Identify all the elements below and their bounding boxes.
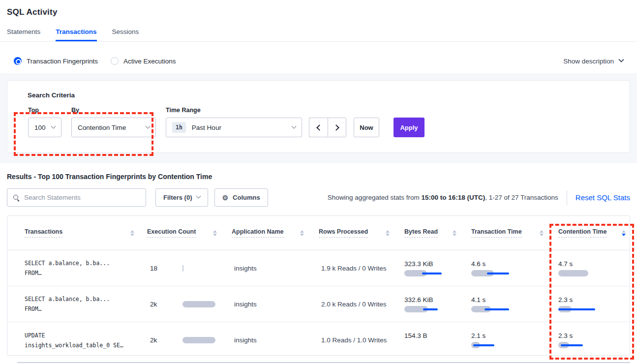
results-toolbar: Filters (0) ⚙ Columns Showing aggregated… <box>7 188 630 207</box>
time-range-badge: 1h <box>172 122 186 133</box>
top-select-value: 100 <box>34 124 52 131</box>
contention-time-cell: 2.3 s <box>558 296 630 312</box>
col-header-rows-processed[interactable]: Rows Processed <box>319 228 404 238</box>
search-icon <box>13 194 20 201</box>
col-header-execution-count[interactable]: Execution Count <box>147 228 232 238</box>
transaction-time-cell: 4.6 s <box>471 260 558 276</box>
results-heading: Results - Top 100 Transaction Fingerprin… <box>7 173 630 181</box>
sort-icon <box>130 230 134 236</box>
show-description-toggle[interactable]: Show description <box>563 58 623 65</box>
search-input[interactable] <box>24 194 140 201</box>
page-header: SQL Activity <box>0 0 637 17</box>
sort-icon <box>300 230 304 236</box>
prev-time-button[interactable] <box>309 118 328 137</box>
col-header-application-name[interactable]: Application Name <box>232 228 319 238</box>
col-header-bytes-read[interactable]: Bytes Read <box>404 228 471 238</box>
view-toggle-group: Transaction Fingerprints Active Executio… <box>14 57 176 65</box>
horizontal-scrollbar[interactable] <box>17 362 630 363</box>
tab-statements[interactable]: Statements <box>7 28 40 41</box>
by-label: By <box>71 107 156 114</box>
transactions-table: Transactions Execution Count Application… <box>7 215 630 356</box>
rows-processed-cell: 2.0 k Reads / 0 Writes <box>319 301 404 308</box>
transaction-fingerprint-link[interactable]: SELECT a.balance, b.ba... FROM… <box>7 258 147 278</box>
table-row: SELECT a.balance, b.ba... FROM… 18 insig… <box>7 250 630 286</box>
chevron-down-icon <box>51 123 56 128</box>
columns-button[interactable]: ⚙ Columns <box>214 188 268 207</box>
application-name-cell: insights <box>232 301 319 308</box>
reset-sql-stats-link[interactable]: Reset SQL Stats <box>576 193 630 202</box>
transaction-time-cell: 2.1 s <box>471 332 558 348</box>
search-criteria-controls: Top 100 By Contention Time Time Range 1h… <box>21 107 630 137</box>
execution-count-cell: 2k <box>147 301 232 308</box>
col-header-transactions[interactable]: Transactions <box>7 228 147 238</box>
chevron-down-icon <box>292 123 297 128</box>
apply-button[interactable]: Apply <box>394 118 425 137</box>
radio-transaction-fingerprints[interactable]: Transaction Fingerprints <box>14 57 98 65</box>
radio-active-executions[interactable]: Active Executions <box>111 57 176 65</box>
transaction-fingerprint-link[interactable]: UPDATE insights_workload_table_0 SE… <box>7 331 147 350</box>
sort-icon <box>386 230 390 236</box>
execution-count-bar <box>182 265 183 272</box>
radio-label: Transaction Fingerprints <box>27 58 98 65</box>
chevron-down-icon <box>618 57 624 62</box>
chevron-down-icon <box>146 123 151 128</box>
sort-icon <box>213 230 217 236</box>
table-header-row: Transactions Execution Count Application… <box>7 216 630 250</box>
search-statements-box <box>7 188 146 207</box>
gear-icon: ⚙ <box>222 194 229 201</box>
execution-count-bar <box>182 337 215 343</box>
search-criteria-heading: Search Criteria <box>28 91 630 99</box>
rows-processed-cell: 1.0 Reads / 1.0 Writes <box>319 336 404 344</box>
toolbar-right: Showing aggregated stats from 15:00 to 1… <box>328 190 630 205</box>
chevron-down-icon <box>196 194 201 199</box>
vertical-divider <box>567 190 567 205</box>
stats-time-range: 15:00 to 16:18 (UTC) <box>421 194 485 201</box>
bytes-read-cell: 323.3 KiB <box>404 260 471 276</box>
aggregated-stats-text: Showing aggregated stats from 15:00 to 1… <box>328 194 558 201</box>
time-range-select[interactable]: 1h Past Hour <box>166 118 302 137</box>
tab-sessions[interactable]: Sessions <box>112 28 139 41</box>
columns-label: Columns <box>233 194 260 201</box>
content-band: Transaction Fingerprints Active Executio… <box>0 49 637 163</box>
execution-count-bar <box>182 301 215 307</box>
transaction-fingerprint-link[interactable]: SELECT a.balance, b.ba... FROM… <box>7 294 147 314</box>
radio-label: Active Executions <box>123 58 176 65</box>
next-time-button[interactable] <box>328 118 346 137</box>
col-header-contention-time[interactable]: Contention Time <box>558 228 630 238</box>
show-description-label: Show description <box>563 58 614 65</box>
by-select[interactable]: Contention Time <box>71 118 156 137</box>
contention-time-bar <box>558 342 607 348</box>
page-title: SQL Activity <box>7 7 630 17</box>
transaction-time-bar <box>471 270 520 276</box>
col-header-transaction-time[interactable]: Transaction Time <box>471 228 558 238</box>
bytes-read-bar <box>404 270 454 276</box>
contention-time-bar <box>558 306 607 312</box>
transaction-time-cell: 4.1 s <box>471 296 558 312</box>
contention-time-cell: 4.7 s <box>558 260 630 276</box>
view-toggle-bar: Transaction Fingerprints Active Executio… <box>0 49 637 73</box>
now-button[interactable]: Now <box>354 118 379 137</box>
top-control: Top 100 <box>28 107 61 137</box>
time-range-control: Time Range 1h Past Hour <box>156 107 302 137</box>
filters-label: Filters (0) <box>163 194 192 201</box>
time-nav-group <box>309 118 346 137</box>
time-range-value: Past Hour <box>192 124 292 131</box>
contention-time-bar <box>558 270 607 276</box>
sort-icon <box>453 230 456 236</box>
search-criteria-card: Search Criteria Top 100 By Contention Ti… <box>7 80 630 153</box>
transaction-time-bar <box>471 342 520 348</box>
radio-unselected-icon <box>111 57 119 65</box>
execution-count-cell: 18 <box>147 265 232 272</box>
execution-count-cell: 2k <box>147 336 232 344</box>
bytes-read-cell: 332.6 KiB <box>404 296 471 312</box>
by-select-value: Contention Time <box>78 124 146 131</box>
application-name-cell: insights <box>232 265 319 272</box>
top-label: Top <box>28 107 61 114</box>
filters-button[interactable]: Filters (0) <box>155 188 208 207</box>
time-range-label: Time Range <box>166 107 302 114</box>
top-select[interactable]: 100 <box>28 118 61 137</box>
by-control: By Contention Time <box>61 107 156 137</box>
tab-transactions[interactable]: Transactions <box>56 28 96 41</box>
radio-selected-icon <box>14 57 22 65</box>
application-name-cell: insights <box>232 336 319 344</box>
